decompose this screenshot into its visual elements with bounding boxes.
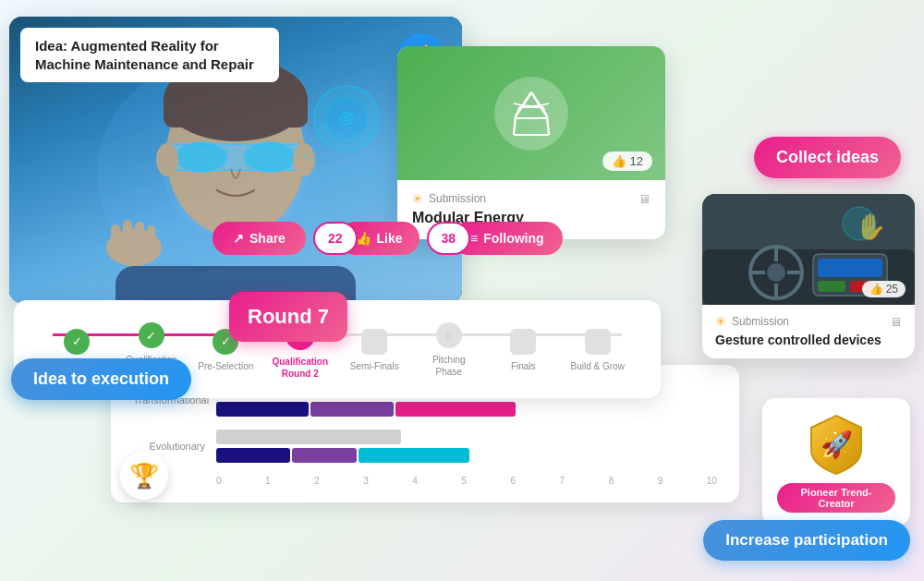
- svg-text:🚀: 🚀: [821, 430, 853, 460]
- trophy-bubble: 🏆: [120, 452, 168, 500]
- energy-like-badge: 👍 12: [602, 151, 652, 171]
- stage-dot-finals: [510, 329, 536, 355]
- gestures-image: ✋ 👍 25: [702, 194, 915, 305]
- following-count: 38: [427, 222, 471, 255]
- svg-point-11: [293, 143, 315, 176]
- share-icon: ↗: [233, 231, 244, 246]
- badge-card: 🚀 Pioneer Trend-Creator: [762, 398, 910, 526]
- bar-navy-1: [216, 402, 309, 417]
- like-button-group: 22 👍 Like: [313, 222, 419, 255]
- ar-card-title: Idea: Augmented Reality for Machine Main…: [35, 38, 254, 72]
- bar-purple-1: [310, 402, 394, 417]
- svg-rect-42: [818, 259, 882, 277]
- ar-card-header: Idea: Augmented Reality for Machine Main…: [20, 28, 279, 82]
- bar-cyan-2: [359, 448, 469, 463]
- main-scene: ◎ Idea: Augmented Reality for Machine Ma…: [0, 0, 924, 581]
- gestures-likes-count: 25: [886, 283, 898, 296]
- monitor-icon: 🖥: [638, 192, 650, 206]
- bar-gray-2: [216, 430, 401, 444]
- thumb-icon: 👍: [612, 154, 626, 168]
- svg-point-8: [176, 142, 227, 172]
- bar-purple-2: [292, 448, 357, 463]
- stage-finals: Finals: [486, 329, 561, 372]
- stage-pitching: ○ Pitching Phase: [412, 322, 487, 378]
- badge-label: Pioneer Trend-Creator: [777, 483, 895, 513]
- svg-line-24: [514, 116, 516, 135]
- stage-label-pitching: Pitching Phase: [419, 354, 479, 378]
- stage-label-buildgrow: Build & Grow: [571, 360, 625, 372]
- list-icon: ≡: [470, 231, 478, 246]
- energy-card: 👍 12 ✳ Submission 🖥 Modular Energy: [397, 46, 665, 239]
- round-badge: Round 7: [229, 292, 347, 342]
- stage-dot-pitching: ○: [436, 322, 462, 348]
- thumb-icon-2: 👍: [869, 283, 883, 296]
- like-count: 22: [313, 222, 358, 255]
- trophy-icon: 🏆: [129, 462, 159, 490]
- stage-buildgrow: Build & Grow: [561, 329, 636, 372]
- stage-label-semifinals: Semi-Finals: [350, 360, 399, 372]
- sun-icon-2: ✳: [715, 314, 726, 329]
- gestures-body: ✳ Submission 🖥 Gesture controlled device…: [702, 305, 915, 358]
- stage-label-preselection: Pre-Selection: [198, 360, 253, 372]
- svg-rect-16: [111, 224, 120, 257]
- chart-label-evolutionary: Evolutionary: [133, 441, 216, 452]
- svg-text:◎: ◎: [339, 108, 354, 127]
- sun-icon: ✳: [412, 191, 423, 206]
- bar-navy-2: [216, 448, 290, 463]
- monitor-icon-2: 🖥: [890, 315, 902, 329]
- svg-rect-18: [135, 222, 144, 255]
- tower-icon: [494, 77, 568, 151]
- gestures-like-badge: 👍 25: [862, 281, 906, 297]
- ar-card: ◎ Idea: Augmented Reality for Machine Ma…: [9, 17, 462, 303]
- collect-ideas-label: Collect ideas: [754, 137, 901, 178]
- share-button[interactable]: ↗ Share: [213, 222, 306, 255]
- stage-dot-qual1: ✓: [139, 322, 164, 348]
- gestures-submission-label: ✳ Submission 🖥: [715, 314, 902, 329]
- svg-point-46: [843, 207, 876, 240]
- chart-row-evolutionary: Evolutionary: [133, 430, 717, 463]
- bar-pink-1: [395, 402, 516, 417]
- svg-point-10: [156, 143, 178, 176]
- idea-to-execution-label: Idea to execution: [11, 358, 191, 400]
- gestures-title: Gesture controlled devices: [715, 333, 902, 347]
- energy-card-image: 👍 12: [397, 46, 665, 180]
- energy-submission-label: ✳ Submission 🖥: [412, 191, 650, 206]
- stage-dot-buildgrow: [585, 329, 611, 355]
- stage-semifinals: Semi-Finals: [337, 329, 412, 372]
- axis-labels: 0 1 2 3 4 5 6 7 8 9 10: [216, 476, 717, 486]
- svg-point-36: [767, 263, 785, 282]
- svg-rect-6: [164, 95, 308, 127]
- stage-label-finals: Finals: [511, 360, 536, 372]
- increase-participation-label: Increase participation: [703, 520, 910, 561]
- svg-rect-43: [818, 281, 845, 292]
- svg-rect-17: [123, 220, 132, 255]
- following-button-group: 38 ≡ Following: [427, 222, 563, 255]
- chart-axis: 0 1 2 3 4 5 6 7 8 9 10: [216, 476, 717, 486]
- stage-label-qual2: Qualification Round 2: [271, 356, 330, 380]
- pioneer-badge-icon: 🚀: [804, 411, 869, 476]
- energy-likes-count: 12: [630, 154, 643, 168]
- chart-bars-evolutionary: [216, 430, 717, 463]
- action-buttons: ↗ Share 22 👍 Like 38 ≡ Following: [213, 222, 563, 255]
- svg-point-9: [244, 142, 296, 172]
- svg-rect-19: [147, 225, 155, 255]
- gestures-card: ✋ 👍 25 ✳ Submission 🖥 Gesture controlled…: [702, 194, 915, 358]
- svg-line-25: [547, 116, 549, 135]
- stage-dot-ideate: ✓: [64, 329, 90, 355]
- stage-dot-semifinals: [361, 329, 387, 355]
- thumb-up-icon: 👍: [356, 231, 371, 246]
